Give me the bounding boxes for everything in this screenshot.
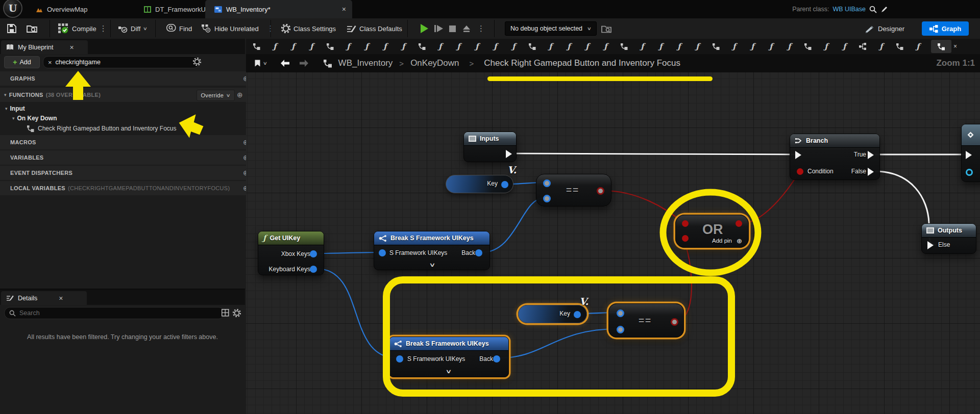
class-defaults-button[interactable]: Class Defaults <box>347 18 402 39</box>
graph-tab-graph[interactable] <box>857 41 868 52</box>
add-button[interactable]: + Add <box>4 56 40 68</box>
section-local-variables[interactable]: LOCAL VARIABLES (CHECKRIGHTGAMEPADBUTTON… <box>0 181 255 195</box>
back-output-pin[interactable] <box>475 249 482 256</box>
bool-output-pin[interactable] <box>597 187 604 195</box>
graph-tab-fn[interactable]: ƒ <box>306 41 317 52</box>
graph-button[interactable]: Graph <box>922 21 969 36</box>
graph-tab-fn[interactable]: ƒ <box>472 41 482 52</box>
graph-tab-fn[interactable]: ƒ <box>508 41 519 52</box>
graph-tab-event[interactable] <box>710 41 721 52</box>
section-functions[interactable]: ▾ FUNCTIONS (38 OVERRIDABLE) Override ∨ … <box>0 88 249 102</box>
add-function-icon[interactable]: ⊕ <box>237 91 243 99</box>
save-button[interactable] <box>7 18 16 39</box>
graph-tab-fn[interactable]: ƒ <box>343 41 354 52</box>
play-options-icon[interactable]: ⋮ <box>477 24 485 33</box>
details-search-input[interactable]: Search <box>4 307 225 319</box>
struct-input-pin[interactable] <box>379 249 386 256</box>
graph-tab-fn[interactable]: ƒ <box>821 41 831 52</box>
parent-class-link[interactable]: WB UIBase <box>832 6 866 13</box>
add-pin-label[interactable]: Add pin <box>712 238 732 244</box>
graph-tab-fn[interactable]: ƒ <box>766 41 776 52</box>
expand-advanced-icon[interactable]: ∨ <box>446 368 452 375</box>
true-output-pin[interactable] <box>868 151 874 159</box>
node-equal-2[interactable]: == <box>608 303 684 338</box>
graph-tab-fn[interactable]: ƒ <box>490 41 501 52</box>
bool-output-pin[interactable] <box>671 318 678 326</box>
false-output-pin[interactable] <box>868 168 874 176</box>
struct-input-pin[interactable] <box>396 355 403 363</box>
node-break-uikeys-2[interactable]: Break S Framework UIKeys S Framework UIK… <box>389 337 509 377</box>
graph-tab-active[interactable] <box>931 40 951 53</box>
settings-gear-icon[interactable] <box>233 309 241 317</box>
condition-input-pin[interactable] <box>797 168 803 175</box>
diff-button[interactable]: Diff ∨ <box>118 18 147 39</box>
graph-tab-event[interactable] <box>251 41 262 52</box>
graph-tab-fn[interactable]: ƒ <box>674 41 684 52</box>
debug-object-dropdown[interactable]: No debug object selected ∨ <box>505 18 597 39</box>
graph-tab-fn[interactable]: ƒ <box>747 41 758 52</box>
frame-skip-icon[interactable] <box>434 25 443 32</box>
expand-advanced-icon[interactable]: ∨ <box>429 262 436 268</box>
tab-my-blueprint[interactable]: My Blueprint × <box>1 40 88 54</box>
node-branch[interactable]: Branch Condition True False <box>790 134 880 180</box>
close-graph-tab-icon[interactable]: × <box>953 43 957 50</box>
hide-unrelated-button[interactable]: Hide Unrelated ⋮ <box>201 18 275 39</box>
bool-input-pin-a[interactable] <box>682 220 689 227</box>
graph-tab-fn[interactable]: ƒ <box>398 41 409 52</box>
graph-tab-fn[interactable]: ƒ <box>380 41 390 52</box>
graph-tab-event[interactable] <box>527 41 537 52</box>
node-or[interactable]: OR Add pin ⊕ <box>675 215 749 248</box>
graph-tab-fn[interactable]: ƒ <box>435 41 446 52</box>
bookmark-icon[interactable] <box>254 59 261 67</box>
graph-tab-fn[interactable]: ƒ <box>600 41 611 52</box>
graph-tab-fn[interactable]: ƒ <box>637 41 648 52</box>
node-outputs[interactable]: Outputs Else <box>921 223 976 254</box>
class-settings-button[interactable]: Class Settings <box>281 18 336 39</box>
node-break-uikeys-1[interactable]: Break S Framework UIKeys S Framework UIK… <box>374 231 490 270</box>
graph-tab-fn[interactable]: ƒ <box>692 41 703 52</box>
clear-search-icon[interactable]: × <box>48 59 52 66</box>
breadcrumb-item[interactable]: OnKeyDown <box>410 58 459 68</box>
compile-button[interactable]: Compile ⋮ <box>58 18 107 39</box>
section-macros[interactable]: MACROS ⊕ <box>0 135 255 149</box>
graph-tab-fn[interactable]: ƒ <box>839 41 850 52</box>
close-icon[interactable]: × <box>342 5 346 13</box>
section-event-dispatchers[interactable]: EVENT DISPATCHERS ⊕ <box>0 166 255 180</box>
section-variables[interactable]: VARIABLES ⊕ <box>0 150 255 165</box>
display-filter-icon[interactable] <box>222 309 229 317</box>
else-exec-input-pin[interactable] <box>927 241 934 249</box>
find-button[interactable]: Find <box>166 18 192 39</box>
exec-output-pin[interactable] <box>506 150 512 158</box>
compile-options-icon[interactable]: ⋮ <box>100 24 107 33</box>
add-pin-icon[interactable]: ⊕ <box>737 237 742 245</box>
tree-item-input[interactable]: ▾ Input <box>0 104 250 113</box>
stop-icon[interactable] <box>449 25 456 32</box>
node-equal-1[interactable]: == <box>536 174 611 206</box>
graph-tab-fn[interactable]: ƒ <box>784 41 795 52</box>
chevron-down-icon[interactable]: ∨ <box>263 61 267 66</box>
graph-tab-event[interactable] <box>619 41 629 52</box>
graph-tab-event[interactable] <box>802 41 813 52</box>
node-get-key-1[interactable]: Key <box>446 175 513 193</box>
browse-debug-button[interactable] <box>601 18 611 39</box>
tab-details[interactable]: Details × <box>1 291 87 305</box>
node-get-uikey[interactable]: ƒ Get UIKey Xbox Keys Keyboard Keys <box>258 231 324 275</box>
tree-item-on-key-down[interactable]: ▾ On Key Down <box>0 113 257 123</box>
graph-tab-event[interactable] <box>416 41 427 52</box>
graph-tab-fn[interactable]: ƒ <box>545 41 556 52</box>
graph-tab-fn[interactable]: ƒ <box>582 41 593 52</box>
object-input-pin[interactable] <box>966 169 973 176</box>
play-icon[interactable] <box>421 24 428 33</box>
browse-asset-button[interactable] <box>27 18 38 39</box>
filter-gear-icon[interactable] <box>193 58 201 66</box>
struct-input-pin-b[interactable] <box>543 195 551 202</box>
graph-tab-fn[interactable]: ƒ <box>361 41 372 52</box>
tree-item-function[interactable]: Check Right Gamepad Button and Inventory… <box>0 123 272 134</box>
graph-tab-fn[interactable]: ƒ <box>564 41 574 52</box>
struct-output-pin[interactable] <box>574 311 581 318</box>
graph-tab-fn[interactable]: ƒ <box>270 41 280 52</box>
breadcrumb-item[interactable]: WB_Inventory <box>338 58 393 68</box>
my-blueprint-search-input[interactable]: × checkrightgame <box>43 56 199 68</box>
node-inputs[interactable]: Inputs <box>463 132 517 162</box>
asset-tab-overviewmap[interactable]: OverviewMap <box>36 0 87 18</box>
